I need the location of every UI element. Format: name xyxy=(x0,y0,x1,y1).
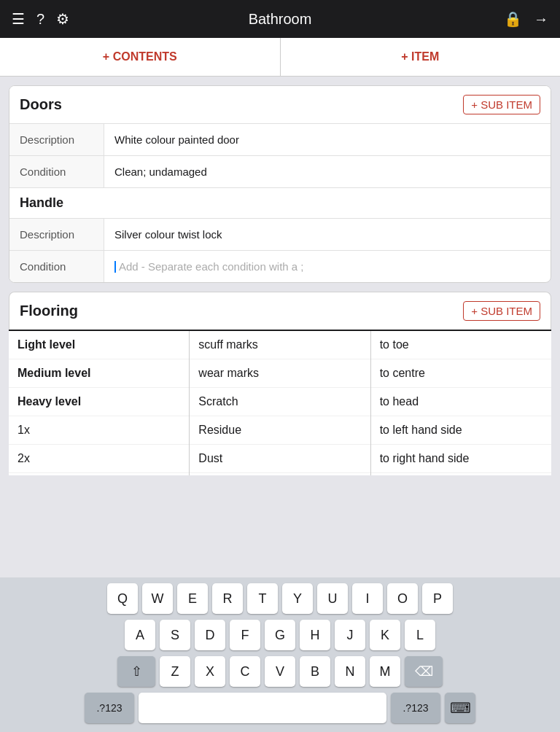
key-k[interactable]: K xyxy=(370,620,400,650)
key-x[interactable]: X xyxy=(195,656,225,687)
key-q[interactable]: Q xyxy=(107,583,138,614)
virtual-keyboard: QWERTYUIOP ASDFGHJKL ⇧ ZXCVBNM ⌫ .?123 .… xyxy=(0,577,560,732)
action-buttons-row: + CONTENTS + ITEM xyxy=(0,38,560,77)
autocomplete-item[interactable]: Residue xyxy=(190,416,370,445)
menu-icon[interactable]: ☰ xyxy=(12,10,25,28)
add-item-button[interactable]: + ITEM xyxy=(281,38,561,76)
doors-sub-item-button[interactable]: + SUB ITEM xyxy=(463,95,540,114)
symbol-key-right[interactable]: .?123 xyxy=(391,693,440,723)
autocomplete-item[interactable]: 2x xyxy=(9,445,189,473)
autocomplete-item[interactable]: wear marks xyxy=(190,359,370,388)
autocomplete-item[interactable]: Scratch xyxy=(190,388,370,416)
keyboard-icon[interactable]: ⌨ xyxy=(445,693,475,723)
header-left-icons: ☰ ? ⚙ xyxy=(12,10,70,28)
autocomplete-item[interactable]: Dirt xyxy=(190,473,370,475)
key-s[interactable]: S xyxy=(160,620,190,650)
handle-description-row: Description Silver colour twist lock xyxy=(9,218,551,250)
key-a[interactable]: A xyxy=(125,620,155,650)
key-d[interactable]: D xyxy=(195,620,225,650)
doors-section-title: Doors xyxy=(20,96,62,113)
content-area: Doors + SUB ITEM Description White colou… xyxy=(0,77,560,475)
autocomplete-col-2: scuff markswear marksScratchResidueDustD… xyxy=(190,331,370,475)
forward-arrow-icon[interactable]: → xyxy=(534,11,548,28)
autocomplete-item[interactable]: Light level xyxy=(9,331,189,359)
autocomplete-item[interactable]: Dust xyxy=(190,445,370,473)
key-j[interactable]: J xyxy=(335,620,365,650)
handle-description-value: Silver colour twist lock xyxy=(104,219,551,250)
doors-condition-label: Condition xyxy=(9,156,104,187)
key-g[interactable]: G xyxy=(265,620,295,650)
shift-key[interactable]: ⇧ xyxy=(117,656,155,687)
handle-condition-input[interactable] xyxy=(116,252,551,281)
header-right-icons: 🔒 → xyxy=(490,10,548,28)
lock-icon[interactable]: 🔒 xyxy=(504,10,522,28)
handle-subsection-header: Handle xyxy=(9,187,551,218)
page-title: Bathroom xyxy=(70,11,490,28)
key-z[interactable]: Z xyxy=(160,656,190,687)
autocomplete-col-3: to toeto centreto headto left hand sidet… xyxy=(371,331,551,475)
keyboard-row-3: ⇧ ZXCVBNM ⌫ xyxy=(3,656,557,687)
autocomplete-item[interactable]: to head xyxy=(371,388,551,416)
key-m[interactable]: M xyxy=(370,656,400,687)
key-c[interactable]: C xyxy=(230,656,260,687)
key-t[interactable]: T xyxy=(247,583,278,614)
doors-description-value: White colour painted door xyxy=(104,124,551,155)
doors-condition-value: Clean; undamaged xyxy=(104,156,551,187)
settings-icon[interactable]: ⚙ xyxy=(56,10,69,28)
key-p[interactable]: P xyxy=(422,583,453,614)
autocomplete-item[interactable]: Heavy level xyxy=(9,388,189,416)
add-contents-button[interactable]: + CONTENTS xyxy=(0,38,281,76)
doors-description-label: Description xyxy=(9,124,104,155)
autocomplete-item[interactable]: to top xyxy=(371,473,551,475)
help-icon[interactable]: ? xyxy=(36,11,44,28)
autocomplete-item[interactable]: scuff marks xyxy=(190,331,370,359)
key-n[interactable]: N xyxy=(335,656,365,687)
key-o[interactable]: O xyxy=(387,583,418,614)
autocomplete-dropdown: Light levelMedium levelHeavy level1x2x3x… xyxy=(9,330,551,475)
backspace-key[interactable]: ⌫ xyxy=(405,656,443,687)
key-l[interactable]: L xyxy=(405,620,435,650)
autocomplete-item[interactable]: to left hand side xyxy=(371,416,551,445)
flooring-section: Flooring + SUB ITEM xyxy=(9,292,551,330)
key-y[interactable]: Y xyxy=(282,583,313,614)
keyboard-row-2: ASDFGHJKL xyxy=(3,620,557,650)
handle-title: Handle xyxy=(20,195,63,210)
flooring-section-header: Flooring + SUB ITEM xyxy=(9,292,551,330)
keyboard-row-1: QWERTYUIOP xyxy=(3,583,557,614)
key-b[interactable]: B xyxy=(300,656,330,687)
key-i[interactable]: I xyxy=(352,583,383,614)
key-w[interactable]: W xyxy=(142,583,173,614)
flooring-sub-item-button[interactable]: + SUB ITEM xyxy=(463,301,540,321)
autocomplete-col-1: Light levelMedium levelHeavy level1x2x3x… xyxy=(9,331,190,475)
autocomplete-item[interactable]: Medium level xyxy=(9,359,189,388)
handle-description-label: Description xyxy=(9,219,104,250)
doors-condition-row: Condition Clean; undamaged xyxy=(9,155,551,187)
key-e[interactable]: E xyxy=(177,583,208,614)
space-key[interactable] xyxy=(139,693,386,723)
autocomplete-item[interactable]: 1x xyxy=(9,416,189,445)
key-v[interactable]: V xyxy=(265,656,295,687)
key-u[interactable]: U xyxy=(317,583,348,614)
handle-condition-row: Condition xyxy=(9,250,551,282)
key-r[interactable]: R xyxy=(212,583,243,614)
doors-section: Doors + SUB ITEM Description White colou… xyxy=(9,85,551,283)
handle-condition-label: Condition xyxy=(9,251,104,282)
autocomplete-item[interactable]: to toe xyxy=(371,331,551,359)
flooring-section-title: Flooring xyxy=(20,303,78,319)
autocomplete-item[interactable]: 3x xyxy=(9,473,189,475)
autocomplete-item[interactable]: to centre xyxy=(371,359,551,388)
symbol-key-left[interactable]: .?123 xyxy=(85,693,134,723)
doors-section-header: Doors + SUB ITEM xyxy=(9,86,551,123)
autocomplete-item[interactable]: to right hand side xyxy=(371,445,551,473)
doors-description-row: Description White colour painted door xyxy=(9,123,551,155)
keyboard-row-4: .?123 .?123 ⌨ xyxy=(3,693,557,723)
key-h[interactable]: H xyxy=(300,620,330,650)
header: ☰ ? ⚙ Bathroom 🔒 → xyxy=(0,0,560,38)
key-f[interactable]: F xyxy=(230,620,260,650)
